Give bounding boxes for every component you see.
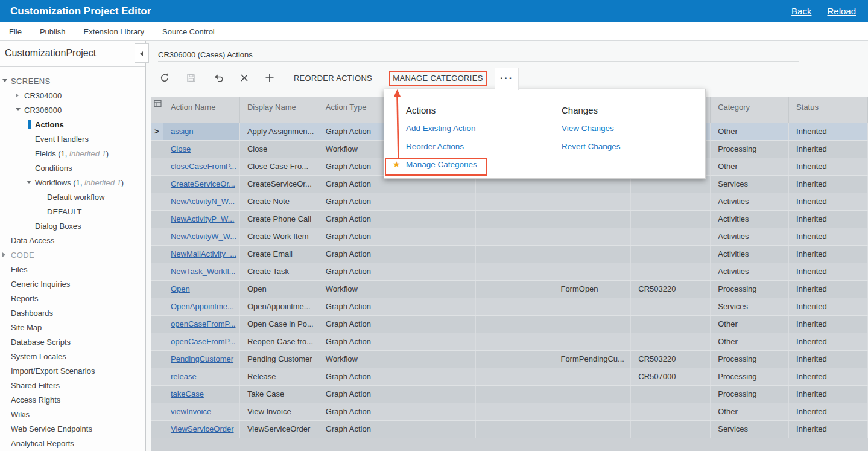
- action-link-viewinvoice[interactable]: viewInvoice: [171, 407, 211, 416]
- cell-action-name[interactable]: NewActivityP_W...: [163, 211, 240, 228]
- cell-category[interactable]: Processing: [711, 351, 789, 368]
- row-gutter[interactable]: [151, 403, 163, 420]
- reload-link[interactable]: Reload: [827, 6, 856, 16]
- cell-status[interactable]: Inherited: [789, 263, 868, 280]
- cell-action-name[interactable]: openCaseFromP...: [163, 316, 240, 333]
- cell-category[interactable]: Other: [711, 158, 789, 175]
- cell-category[interactable]: Processing: [711, 141, 789, 158]
- cell-form[interactable]: [553, 228, 631, 245]
- cell-hidden-2[interactable]: [476, 351, 554, 368]
- table-row[interactable]: PendingCustomerPending CustomerWorkflowF…: [151, 351, 868, 368]
- sidebar-item-dashboards[interactable]: Dashboards: [0, 306, 145, 321]
- cell-display-name[interactable]: Create Note: [240, 193, 318, 210]
- action-link-newactivityp-w[interactable]: NewActivityP_W...: [171, 214, 234, 223]
- menubar-item-publish[interactable]: Publish: [40, 27, 66, 36]
- cell-action-type[interactable]: Graph Action: [318, 228, 396, 245]
- cell-screen[interactable]: [631, 316, 711, 333]
- table-row[interactable]: NewMailActivity_...Create EmailGraph Act…: [151, 246, 868, 263]
- sidebar-item-system-locales[interactable]: System Locales: [0, 350, 145, 364]
- cell-form[interactable]: [553, 403, 631, 420]
- cell-status[interactable]: Inherited: [789, 333, 868, 350]
- cell-action-type[interactable]: Graph Action: [318, 211, 396, 228]
- cell-action-name[interactable]: viewInvoice: [163, 403, 240, 420]
- cell-screen[interactable]: [631, 246, 711, 263]
- cell-action-name[interactable]: closeCaseFromP...: [163, 158, 240, 175]
- cell-display-name[interactable]: Take Case: [240, 386, 318, 403]
- table-row[interactable]: NewActivityW_W...Create Work ItemGraph A…: [151, 228, 868, 246]
- cell-hidden-1[interactable]: [396, 351, 476, 368]
- table-row[interactable]: releaseReleaseGraph ActionCR507000Proces…: [151, 368, 868, 386]
- sidebar-item-reports[interactable]: Reports: [0, 292, 145, 306]
- chevron-down-icon[interactable]: [16, 108, 21, 111]
- cell-display-name[interactable]: Apply Assignmen...: [240, 123, 318, 140]
- cell-status[interactable]: Inherited: [789, 228, 868, 245]
- cell-category[interactable]: Other: [711, 403, 789, 420]
- row-gutter[interactable]: [151, 228, 163, 245]
- cell-screen[interactable]: [631, 403, 711, 420]
- cell-hidden-1[interactable]: [396, 263, 476, 280]
- cell-form[interactable]: [553, 298, 631, 315]
- cell-action-name[interactable]: assign: [163, 123, 240, 140]
- row-gutter[interactable]: [151, 176, 163, 193]
- sidebar-item-default-workflow[interactable]: Default workflow: [0, 190, 145, 205]
- row-gutter[interactable]: [151, 246, 163, 263]
- cell-display-name[interactable]: Close: [240, 141, 318, 158]
- sidebar-item-wikis[interactable]: Wikis: [0, 408, 145, 422]
- cell-status[interactable]: Inherited: [789, 176, 868, 193]
- cell-action-name[interactable]: Close: [163, 141, 240, 158]
- action-link-newtask-workfl[interactable]: NewTask_Workfl...: [171, 267, 235, 276]
- cell-screen[interactable]: [631, 263, 711, 280]
- menu-item-revert-changes[interactable]: Revert Changes: [562, 142, 621, 151]
- chevron-down-icon[interactable]: [2, 79, 7, 82]
- cell-form[interactable]: FormPendingCu...: [553, 351, 631, 368]
- cell-status[interactable]: Inherited: [789, 368, 868, 385]
- cell-screen[interactable]: [631, 421, 711, 438]
- cell-category[interactable]: Other: [711, 333, 789, 350]
- cell-display-name[interactable]: ViewServiceOrder: [240, 421, 318, 438]
- cell-display-name[interactable]: CreateServiceOr...: [240, 176, 318, 193]
- sidebar-item-data-access[interactable]: Data Access: [0, 234, 145, 248]
- manage-categories-button[interactable]: MANAGE CATEGORIES: [389, 68, 487, 89]
- sidebar-item-web-service-endpoints[interactable]: Web Service Endpoints: [0, 422, 145, 437]
- row-gutter[interactable]: [151, 421, 163, 438]
- row-gutter[interactable]: [151, 141, 163, 158]
- cell-action-name[interactable]: CreateServiceOr...: [163, 176, 240, 193]
- cell-status[interactable]: Inherited: [789, 158, 868, 175]
- action-link-assign[interactable]: assign: [171, 127, 194, 136]
- action-link-opencasefromp[interactable]: openCaseFromP...: [171, 319, 235, 328]
- cell-display-name[interactable]: Release: [240, 368, 318, 385]
- table-row[interactable]: OpenAppointme...OpenAppointme...Graph Ac…: [151, 298, 868, 316]
- sidebar-item-event-handlers[interactable]: Event Handlers: [0, 132, 145, 147]
- table-row[interactable]: openCaseFromP...Reopen Case fro...Graph …: [151, 333, 868, 351]
- row-gutter[interactable]: [151, 316, 163, 333]
- cell-screen[interactable]: [631, 211, 711, 228]
- row-gutter[interactable]: [151, 386, 163, 403]
- cell-status[interactable]: Inherited: [789, 421, 868, 438]
- action-link-takecase[interactable]: takeCase: [171, 389, 204, 398]
- action-link-opencasefromp[interactable]: openCaseFromP...: [171, 337, 235, 346]
- cell-hidden-1[interactable]: [396, 368, 476, 385]
- cell-display-name[interactable]: Pending Customer: [240, 351, 318, 368]
- grid-settings-header[interactable]: [151, 97, 163, 123]
- cell-display-name[interactable]: OpenAppointme...: [240, 298, 318, 315]
- cell-action-type[interactable]: Graph Action: [318, 333, 396, 350]
- cell-hidden-2[interactable]: [476, 421, 554, 438]
- cell-hidden-1[interactable]: [396, 193, 476, 210]
- add-button[interactable]: [261, 69, 279, 88]
- cell-action-name[interactable]: NewActivityW_W...: [163, 228, 240, 245]
- column-header-category[interactable]: Category: [711, 97, 789, 123]
- cell-hidden-2[interactable]: [476, 386, 554, 403]
- cell-status[interactable]: Inherited: [789, 403, 868, 420]
- menu-item-manage-categories[interactable]: Manage Categories★: [406, 160, 477, 169]
- cell-form[interactable]: [553, 421, 631, 438]
- cell-hidden-2[interactable]: [476, 211, 554, 228]
- cell-action-type[interactable]: Graph Action: [318, 386, 396, 403]
- cell-action-name[interactable]: NewTask_Workfl...: [163, 263, 240, 280]
- sidebar-item-conditions[interactable]: Conditions: [0, 161, 145, 176]
- cell-hidden-2[interactable]: [476, 281, 554, 298]
- row-gutter[interactable]: [151, 211, 163, 228]
- cell-display-name[interactable]: Close Case Fro...: [240, 158, 318, 175]
- current-row-indicator[interactable]: >: [151, 123, 163, 140]
- cell-hidden-1[interactable]: [396, 386, 476, 403]
- cell-display-name[interactable]: Create Phone Call: [240, 211, 318, 228]
